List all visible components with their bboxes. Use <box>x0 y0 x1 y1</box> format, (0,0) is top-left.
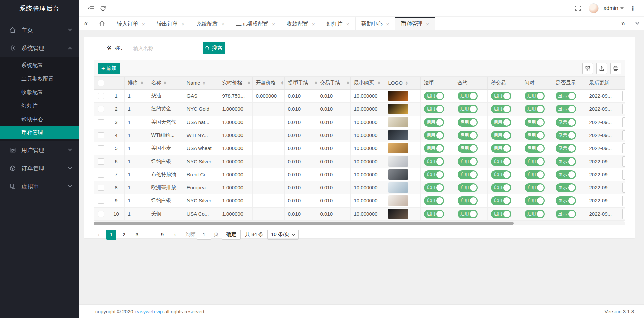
toggle-flash[interactable]: 启用 <box>525 196 545 205</box>
toggle-fiat[interactable]: 启用 <box>424 105 444 113</box>
toggle-seconds[interactable]: 启用 <box>491 210 511 218</box>
toggle-contract[interactable]: 启用 <box>458 210 478 218</box>
toggle-seconds[interactable]: 启用 <box>491 118 511 127</box>
edit-button[interactable]: 修改 <box>622 196 626 206</box>
toggle-show[interactable]: 显示 <box>556 105 576 113</box>
home-tab[interactable] <box>93 17 111 30</box>
toggle-show[interactable]: 显示 <box>556 196 576 205</box>
toggle-flash[interactable]: 启用 <box>525 170 545 179</box>
sort-icon[interactable]: ▲▼ <box>347 81 350 85</box>
sort-icon[interactable]: ▲▼ <box>405 81 408 85</box>
tab-收款配置[interactable]: 收款配置× <box>281 17 321 30</box>
row-checkbox[interactable] <box>98 158 104 165</box>
close-icon[interactable]: × <box>272 21 275 27</box>
edit-button[interactable]: 修改 <box>622 104 626 114</box>
toggle-seconds[interactable]: 启用 <box>491 144 511 153</box>
edit-button[interactable]: 修改 <box>622 156 626 167</box>
sidebar-item-主页[interactable]: 主页 <box>0 21 79 39</box>
close-icon[interactable]: × <box>182 21 185 27</box>
toggle-show[interactable]: 显示 <box>556 183 576 192</box>
toggle-contract[interactable]: 启用 <box>458 105 478 113</box>
tab-转出订单[interactable]: 转出订单× <box>151 17 191 30</box>
sort-icon[interactable]: ▲▼ <box>248 81 250 85</box>
toggle-contract[interactable]: 启用 <box>458 92 478 100</box>
close-icon[interactable]: × <box>426 21 429 27</box>
sidebar-item-用户管理[interactable]: 用户管理 <box>0 141 79 159</box>
tab-系统配置[interactable]: 系统配置× <box>191 17 231 30</box>
user-menu[interactable]: admin <box>603 5 624 11</box>
search-input[interactable] <box>129 42 190 54</box>
sort-icon[interactable]: ▲▼ <box>315 81 317 85</box>
toggle-fiat[interactable]: 启用 <box>424 183 444 192</box>
toggle-seconds[interactable]: 启用 <box>491 183 511 192</box>
toggle-flash[interactable]: 启用 <box>525 144 545 153</box>
edit-button[interactable]: 修改 <box>622 143 626 153</box>
page-button-3[interactable]: 3 <box>132 230 142 240</box>
submenu-item-收款配置[interactable]: 收款配置 <box>0 86 79 99</box>
refresh-icon[interactable] <box>97 2 109 14</box>
tabs-dropdown-button[interactable] <box>630 17 644 30</box>
toggle-seconds[interactable]: 启用 <box>491 105 511 113</box>
toggle-contract[interactable]: 启用 <box>458 144 478 153</box>
close-icon[interactable]: × <box>346 21 350 27</box>
toggle-show[interactable]: 显示 <box>556 157 576 166</box>
sort-icon[interactable]: ▲▼ <box>203 81 205 85</box>
scrollbar-thumb[interactable] <box>94 222 514 225</box>
confirm-page-button[interactable]: 确定 <box>222 230 241 240</box>
tabs-scroll-right-button[interactable]: » <box>616 17 630 30</box>
toggle-fiat[interactable]: 启用 <box>424 118 444 127</box>
toggle-contract[interactable]: 启用 <box>458 118 478 127</box>
submenu-item-帮助中心[interactable]: 帮助中心 <box>0 112 79 126</box>
toggle-fiat[interactable]: 启用 <box>424 157 444 166</box>
sidebar-item-订单管理[interactable]: 订单管理 <box>0 159 79 177</box>
edit-button[interactable]: 修改 <box>622 91 626 101</box>
page-button-1[interactable]: 1 <box>106 230 116 240</box>
tab-幻灯片[interactable]: 幻灯片× <box>321 17 356 30</box>
toggle-flash[interactable]: 启用 <box>525 92 545 100</box>
toggle-seconds[interactable]: 启用 <box>491 157 511 166</box>
search-button[interactable]: 搜索 <box>203 42 225 54</box>
row-checkbox[interactable] <box>98 132 104 138</box>
next-page-button[interactable]: › <box>170 230 180 240</box>
toggle-flash[interactable]: 启用 <box>525 183 545 192</box>
tab-帮助中心[interactable]: 帮助中心× <box>356 17 395 30</box>
toggle-flash[interactable]: 启用 <box>525 157 545 166</box>
row-checkbox[interactable] <box>98 172 104 178</box>
toggle-fiat[interactable]: 启用 <box>424 170 444 179</box>
more-menu-icon[interactable]: ⋮ <box>628 4 637 12</box>
toggle-contract[interactable]: 启用 <box>458 131 478 140</box>
edit-button[interactable]: 修改 <box>622 130 626 140</box>
toggle-fiat[interactable]: 启用 <box>424 131 444 140</box>
sort-icon[interactable]: ▲▼ <box>281 81 284 85</box>
add-button[interactable]: + 添加 <box>98 63 120 74</box>
row-checkbox[interactable] <box>98 93 104 99</box>
toggle-show[interactable]: 显示 <box>556 131 576 140</box>
edit-button[interactable]: 修改 <box>622 117 626 127</box>
close-icon[interactable]: × <box>222 21 225 27</box>
toggle-flash[interactable]: 启用 <box>525 105 545 113</box>
toggle-contract[interactable]: 启用 <box>458 183 478 192</box>
sidebar-item-系统管理[interactable]: 系统管理 <box>0 39 79 57</box>
submenu-item-系统配置[interactable]: 系统配置 <box>0 59 79 72</box>
toggle-contract[interactable]: 启用 <box>458 170 478 179</box>
row-checkbox[interactable] <box>98 185 104 191</box>
tab-二元期权配置[interactable]: 二元期权配置× <box>230 17 281 30</box>
jump-page-input[interactable] <box>197 230 211 240</box>
toggle-seconds[interactable]: 启用 <box>491 92 511 100</box>
sort-icon[interactable]: ▲▼ <box>164 81 166 85</box>
toggle-flash[interactable]: 启用 <box>525 131 545 140</box>
close-icon[interactable]: × <box>142 21 145 27</box>
toggle-show[interactable]: 显示 <box>556 170 576 179</box>
tab-币种管理[interactable]: 币种管理× <box>395 17 435 30</box>
prev-page-button[interactable]: ‹ <box>94 230 104 240</box>
toggle-fiat[interactable]: 启用 <box>424 196 444 205</box>
toggle-seconds[interactable]: 启用 <box>491 131 511 140</box>
sidebar-item-虚拟币[interactable]: 虚拟币 <box>0 177 79 195</box>
page-button-2[interactable]: 2 <box>119 230 129 240</box>
row-checkbox[interactable] <box>98 211 104 217</box>
page-size-select[interactable]: 10 条/页 <box>267 230 299 240</box>
submenu-item-二元期权配置[interactable]: 二元期权配置 <box>0 72 79 86</box>
toggle-show[interactable]: 显示 <box>556 210 576 218</box>
export-icon[interactable] <box>596 63 607 74</box>
select-all-checkbox[interactable] <box>98 80 104 86</box>
